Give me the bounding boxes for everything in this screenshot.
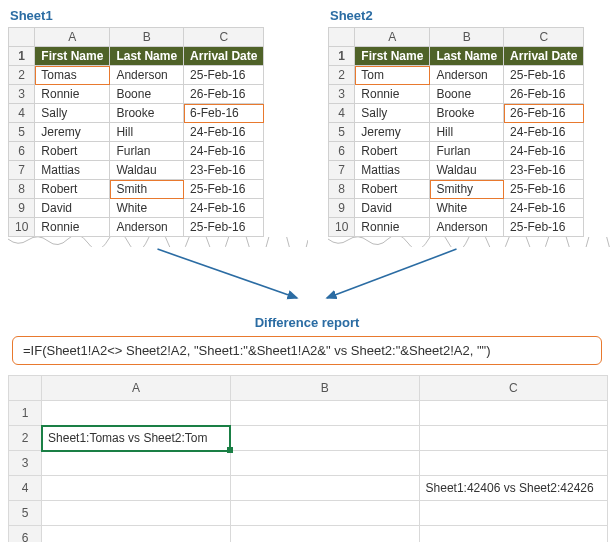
cell[interactable]: Tomas: [35, 66, 110, 85]
cell[interactable]: Smithy: [430, 180, 504, 199]
header-cell[interactable]: First Name: [355, 47, 430, 66]
cell[interactable]: [42, 451, 231, 476]
row-header[interactable]: 3: [329, 85, 355, 104]
row-header[interactable]: 1: [329, 47, 355, 66]
corner-cell[interactable]: [329, 28, 355, 47]
corner-cell[interactable]: [9, 376, 42, 401]
col-header[interactable]: C: [419, 376, 607, 401]
header-cell[interactable]: First Name: [35, 47, 110, 66]
row-header[interactable]: 10: [9, 218, 35, 237]
cell[interactable]: Anderson: [430, 218, 504, 237]
col-header[interactable]: A: [355, 28, 430, 47]
cell[interactable]: 25-Feb-16: [184, 218, 264, 237]
sheet2-grid[interactable]: ABC1First NameLast NameArrival Date2TomA…: [328, 27, 584, 237]
cell[interactable]: 26-Feb-16: [504, 104, 584, 123]
row-header[interactable]: 4: [329, 104, 355, 123]
cell[interactable]: [419, 401, 607, 426]
col-header[interactable]: B: [230, 376, 419, 401]
cell[interactable]: Waldau: [430, 161, 504, 180]
cell[interactable]: Sheet1:Tomas vs Sheet2:Tom: [42, 426, 231, 451]
cell[interactable]: [230, 451, 419, 476]
header-cell[interactable]: Last Name: [430, 47, 504, 66]
cell[interactable]: Sally: [35, 104, 110, 123]
row-header[interactable]: 8: [329, 180, 355, 199]
col-header[interactable]: B: [430, 28, 504, 47]
cell[interactable]: Sheet1:42406 vs Sheet2:42426: [419, 476, 607, 501]
row-header[interactable]: 8: [9, 180, 35, 199]
cell[interactable]: [419, 426, 607, 451]
cell[interactable]: Robert: [35, 142, 110, 161]
cell[interactable]: Boone: [430, 85, 504, 104]
row-header[interactable]: 5: [329, 123, 355, 142]
cell[interactable]: Ronnie: [355, 85, 430, 104]
cell[interactable]: White: [430, 199, 504, 218]
cell[interactable]: 24-Feb-16: [184, 199, 264, 218]
row-header[interactable]: 6: [9, 526, 42, 543]
cell[interactable]: David: [355, 199, 430, 218]
cell[interactable]: [419, 526, 607, 543]
result-grid[interactable]: ABC12Sheet1:Tomas vs Sheet2:Tom34Sheet1:…: [8, 375, 608, 542]
cell[interactable]: Ronnie: [355, 218, 430, 237]
row-header[interactable]: 4: [9, 476, 42, 501]
cell[interactable]: Robert: [355, 142, 430, 161]
row-header[interactable]: 2: [9, 426, 42, 451]
cell[interactable]: Jeremy: [35, 123, 110, 142]
row-header[interactable]: 1: [9, 401, 42, 426]
cell[interactable]: 24-Feb-16: [184, 123, 264, 142]
cell[interactable]: Sally: [355, 104, 430, 123]
cell[interactable]: Ronnie: [35, 85, 110, 104]
cell[interactable]: Mattias: [35, 161, 110, 180]
cell[interactable]: White: [110, 199, 184, 218]
sheet1-grid[interactable]: ABC1First NameLast NameArrival Date2Toma…: [8, 27, 264, 237]
cell[interactable]: 23-Feb-16: [184, 161, 264, 180]
cell[interactable]: [42, 401, 231, 426]
col-header[interactable]: A: [35, 28, 110, 47]
cell[interactable]: 25-Feb-16: [504, 66, 584, 85]
cell[interactable]: [230, 426, 419, 451]
cell[interactable]: 25-Feb-16: [184, 66, 264, 85]
cell[interactable]: Jeremy: [355, 123, 430, 142]
row-header[interactable]: 4: [9, 104, 35, 123]
row-header[interactable]: 9: [9, 199, 35, 218]
cell[interactable]: 24-Feb-16: [504, 199, 584, 218]
row-header[interactable]: 7: [9, 161, 35, 180]
cell[interactable]: [419, 451, 607, 476]
cell[interactable]: Robert: [35, 180, 110, 199]
row-header[interactable]: 9: [329, 199, 355, 218]
cell[interactable]: [230, 401, 419, 426]
row-header[interactable]: 3: [9, 451, 42, 476]
cell[interactable]: Ronnie: [35, 218, 110, 237]
cell[interactable]: David: [35, 199, 110, 218]
cell[interactable]: Robert: [355, 180, 430, 199]
row-header[interactable]: 6: [329, 142, 355, 161]
cell[interactable]: Hill: [110, 123, 184, 142]
cell[interactable]: Mattias: [355, 161, 430, 180]
cell[interactable]: 26-Feb-16: [184, 85, 264, 104]
cell[interactable]: 24-Feb-16: [504, 142, 584, 161]
cell[interactable]: 25-Feb-16: [184, 180, 264, 199]
cell[interactable]: [230, 526, 419, 543]
cell[interactable]: [42, 476, 231, 501]
cell[interactable]: [42, 501, 231, 526]
cell[interactable]: [230, 501, 419, 526]
cell[interactable]: Brooke: [430, 104, 504, 123]
formula-bar[interactable]: =IF(Sheet1!A2<> Sheet2!A2, "Sheet1:"&She…: [12, 336, 602, 365]
col-header[interactable]: C: [184, 28, 264, 47]
cell[interactable]: Furlan: [110, 142, 184, 161]
cell[interactable]: Anderson: [110, 218, 184, 237]
cell[interactable]: 23-Feb-16: [504, 161, 584, 180]
cell[interactable]: Hill: [430, 123, 504, 142]
row-header[interactable]: 5: [9, 123, 35, 142]
row-header[interactable]: 2: [329, 66, 355, 85]
cell[interactable]: 25-Feb-16: [504, 180, 584, 199]
cell[interactable]: 25-Feb-16: [504, 218, 584, 237]
col-header[interactable]: C: [504, 28, 584, 47]
cell[interactable]: [42, 526, 231, 543]
row-header[interactable]: 1: [9, 47, 35, 66]
col-header[interactable]: A: [42, 376, 231, 401]
row-header[interactable]: 7: [329, 161, 355, 180]
row-header[interactable]: 6: [9, 142, 35, 161]
row-header[interactable]: 10: [329, 218, 355, 237]
cell[interactable]: Smith: [110, 180, 184, 199]
row-header[interactable]: 5: [9, 501, 42, 526]
